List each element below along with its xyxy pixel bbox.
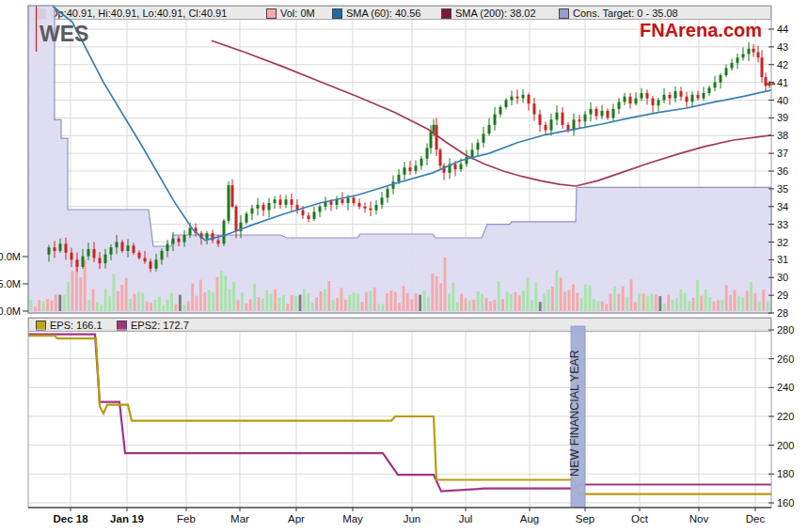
volume-bar (134, 294, 136, 311)
volume-bar (431, 274, 434, 311)
volume-bar (477, 291, 480, 311)
volume-bar (762, 289, 765, 311)
candle-body (121, 243, 124, 251)
volume-bar (92, 289, 95, 312)
month-label-jul: Jul (459, 513, 473, 524)
candle-body (436, 125, 438, 149)
price-axis-label: 42 (777, 59, 788, 70)
candle-body (757, 53, 760, 58)
candle-body (330, 201, 333, 205)
candle-body (737, 57, 739, 63)
volume-bar (713, 302, 716, 311)
month-label-jan-19: Jan 19 (110, 513, 144, 524)
brand-logo[interactable]: FNArena.com (640, 20, 762, 40)
candle-body (415, 165, 418, 171)
eps-line-eps (28, 336, 771, 493)
candle-body (161, 251, 164, 259)
volume-bar (596, 301, 599, 311)
volume-bar (725, 286, 728, 311)
candle-body (545, 125, 547, 131)
candle-body (618, 102, 621, 109)
month-label-oct: Oct (631, 513, 649, 524)
candle-body (212, 233, 214, 241)
volume-bar (688, 302, 690, 312)
volume-bar (117, 291, 119, 311)
candle-body (703, 93, 705, 99)
volume-bar (191, 284, 194, 312)
volume-bar (373, 288, 376, 311)
legend-cons-target: Cons. Target: 0 - 35.08 (559, 8, 678, 19)
candle-body (641, 93, 643, 99)
legend-cons-target-label: Cons. Target: 0 - 35.08 (573, 8, 678, 19)
volume-bar (67, 282, 70, 311)
candle-body (539, 115, 542, 125)
volume-bar (237, 300, 240, 311)
volume-bar (203, 292, 206, 311)
volume-bar (750, 282, 753, 311)
volume-bar (465, 298, 467, 311)
volume-bar (274, 289, 277, 311)
price-axis-label: 44 (777, 23, 788, 35)
new-financial-year-label: NEW FINANCIAL YEAR (568, 350, 581, 477)
candle-body (200, 233, 203, 239)
volume-bar (452, 283, 454, 311)
candle-body (274, 199, 277, 203)
volume-bar (46, 299, 49, 311)
candle-body (127, 245, 130, 251)
volume-bar (42, 302, 45, 311)
volume-bar (472, 300, 475, 311)
volume-bar (501, 299, 504, 311)
candle-body (217, 241, 220, 244)
volume-bar (527, 278, 530, 311)
candle-body (433, 125, 436, 133)
candle-body (646, 93, 649, 99)
volume-bar (439, 283, 442, 311)
price-axis-label: 38 (777, 130, 788, 141)
sma60-swatch-icon (332, 8, 342, 19)
volume-bar (286, 304, 289, 311)
month-label-apr: Apr (288, 513, 305, 524)
volume-bar (175, 305, 178, 311)
candle-body (189, 227, 192, 235)
volume-bar (705, 289, 707, 311)
volume-bar (419, 295, 421, 311)
price-axis-label: 39 (777, 112, 788, 123)
price-axis-label: 32 (777, 237, 788, 248)
candle-body (657, 101, 660, 106)
candle-body (720, 75, 722, 83)
main-gridlines (28, 20, 771, 313)
candle-body (595, 109, 598, 117)
eps-axis-label: 260 (777, 353, 794, 365)
volume-bar (485, 298, 488, 311)
price-axis-label: 36 (777, 165, 788, 177)
candle-body (93, 249, 96, 258)
candle-body (82, 257, 85, 267)
volume-bar (291, 295, 293, 311)
volume-bar (382, 304, 385, 311)
main-plot-border (28, 6, 771, 313)
volume-bar (568, 289, 571, 311)
candle-body (325, 201, 327, 207)
volume-bar (448, 294, 451, 311)
volume-bar (278, 298, 281, 312)
candle-body (697, 95, 700, 99)
eps-plot-background (28, 332, 771, 508)
consensus-target-band (28, 6, 771, 313)
volume-bar (721, 300, 723, 311)
candle-body (426, 149, 429, 159)
volume-bar (154, 300, 157, 311)
volume-bar (224, 276, 227, 311)
volume-bar (672, 300, 674, 311)
candle-body (87, 249, 90, 257)
eps-plot-border (28, 318, 771, 508)
eps-chart: NEW FINANCIAL YEAR (28, 318, 771, 508)
price-axis-label: 31 (777, 254, 788, 265)
volume-bar (436, 276, 438, 311)
volume-bar (468, 300, 471, 311)
candle-body (257, 205, 260, 209)
price-axis-label: 35 (777, 183, 788, 195)
candle-body (48, 247, 51, 255)
volume-bar (560, 278, 562, 311)
volume-bar (75, 260, 78, 311)
month-label-dec-18: Dec 18 (53, 513, 88, 524)
